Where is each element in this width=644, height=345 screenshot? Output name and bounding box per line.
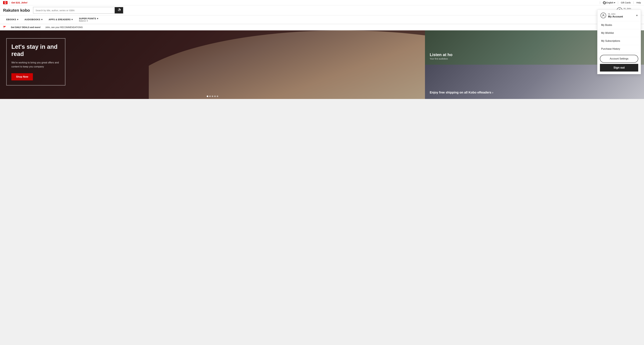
search-button[interactable] [115, 7, 123, 14]
nav-audiobooks[interactable]: AUDIOBOOKS ▾ [21, 16, 46, 24]
top-bar-left: 🇨🇦 | Get $15, John! [3, 1, 28, 4]
logo-kobo: kobo [19, 8, 30, 12]
dropdown-person-icon [602, 14, 605, 17]
nav-bar: eBOOKS ▾ AUDIOBOOKS ▾ APPS & eREADERS ▾ … [0, 16, 644, 24]
top-bar: 🇨🇦 | Get $15, John! | English ▾ | Gift C… [0, 0, 644, 5]
logo-rakuten: Rakuten [3, 8, 19, 12]
slider-dot-3[interactable] [212, 96, 213, 97]
slider-dot-5[interactable] [217, 96, 218, 97]
promo-flag-icon: 🚩 [3, 26, 6, 29]
dropdown-my-account-label: My Account [608, 15, 623, 18]
dropdown-chevron-icon: ▾ [636, 14, 638, 17]
my-books-link[interactable]: My Books [598, 21, 641, 29]
logo[interactable]: Rakuten kobo [3, 8, 30, 13]
ebooks-chevron-icon: ▾ [17, 18, 18, 21]
divider2: | [600, 1, 600, 4]
gift-cards-link[interactable]: Gift Cards [621, 2, 631, 4]
audiobooks-chevron-icon: ▾ [41, 18, 42, 21]
dropdown-header[interactable]: Hi, John My Account ▾ [598, 10, 641, 21]
svg-point-4 [603, 14, 604, 16]
my-subscriptions-link[interactable]: My Subscriptions [598, 37, 641, 45]
shop-now-button[interactable]: Shop Now [11, 73, 33, 80]
divider4: | [633, 1, 634, 4]
apps-ereaders-label: APPS & eREADERS [48, 18, 70, 21]
account-dropdown: Hi, John My Account ▾ My Books My Wishli… [597, 10, 641, 74]
dropdown-account-text: Hi, John My Account [608, 13, 623, 18]
search-bar [33, 7, 124, 14]
dropdown-user-icon [600, 12, 606, 18]
divider3: | [618, 1, 618, 4]
side-bottom-title: Enjoy free shipping on all Kobo eReaders… [430, 91, 639, 94]
canada-flag-icon: 🇨🇦 [3, 1, 8, 4]
nav-apps-ereaders[interactable]: APPS & eREADERS ▾ [46, 16, 76, 24]
account-settings-link[interactable]: Account Settings [600, 55, 638, 63]
hero-main: Let's stay in and read We're working to … [0, 30, 425, 99]
search-icon [117, 8, 120, 12]
super-chevron-icon: ▾ [97, 17, 98, 20]
hero-content: Let's stay in and read We're working to … [6, 38, 66, 86]
header: Rakuten kobo Hi, John My Account ▾ [0, 5, 644, 16]
apps-chevron-icon: ▾ [72, 18, 73, 21]
nav-super-points[interactable]: SUPER POINTS ▾ Balance: 0 [76, 16, 102, 24]
hero-title: Let's stay in and read [11, 43, 60, 58]
hero-area: Let's stay in and read We're working to … [0, 30, 644, 99]
promo-text[interactable]: Get $15, John! [11, 1, 28, 4]
hero-subtitle: We're working to bring you great offers … [11, 60, 60, 68]
daily-deals-text[interactable]: Get DAILY DEALS and more! [11, 26, 41, 28]
help-link[interactable]: Help [636, 2, 641, 4]
super-balance: Balance: 0 [79, 20, 88, 22]
chevron-down-icon: ▾ [614, 2, 615, 4]
promo-bar: 🚩 Get DAILY DEALS and more! John, see yo… [0, 24, 644, 30]
super-points-label: SUPER POINTS [79, 17, 96, 20]
dropdown-hi-text: Hi, John [608, 13, 623, 15]
purchase-history-link[interactable]: Purchase History [598, 45, 641, 53]
hero-border: Let's stay in and read We're working to … [6, 38, 66, 86]
sign-out-button[interactable]: Sign out [600, 64, 638, 72]
search-input[interactable] [33, 7, 115, 14]
slider-dot-2[interactable] [209, 96, 211, 97]
language-selector[interactable]: English ▾ [603, 1, 615, 4]
audiobooks-label: AUDIOBOOKS [24, 18, 40, 21]
super-points-top: SUPER POINTS ▾ [79, 17, 98, 20]
slider-dot-4[interactable] [214, 96, 216, 97]
slider-dot-1[interactable] [207, 96, 208, 97]
nav-ebooks[interactable]: eBOOKS ▾ [3, 16, 21, 24]
my-wishlist-link[interactable]: My Wishlist [598, 29, 641, 37]
language-label: English [606, 2, 614, 4]
slider-dots [207, 96, 218, 97]
globe-icon [603, 1, 606, 4]
divider: | [9, 1, 10, 4]
recommendations-text[interactable]: John, see your RECOMMENDATIONS [45, 26, 83, 28]
ebooks-label: eBOOKS [6, 18, 16, 21]
